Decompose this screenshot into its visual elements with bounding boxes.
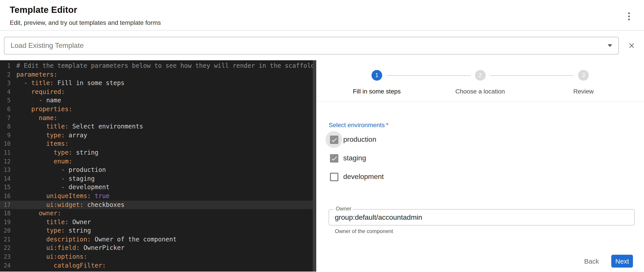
code-line-content: description: Owner of the component <box>16 235 177 244</box>
code-line[interactable]: 12 enum: <box>0 157 313 166</box>
line-number: 10 <box>0 140 10 149</box>
line-number: 3 <box>0 79 10 87</box>
code-line-content: type: array <box>16 131 87 140</box>
code-line-content: ui:options: <box>16 252 87 261</box>
code-line-content: type: string <box>16 227 91 235</box>
line-number: 5 <box>0 96 10 105</box>
line-number: 17 <box>0 200 10 209</box>
select-environments-label: Select environments* <box>329 121 635 128</box>
line-number: 23 <box>0 252 10 261</box>
code-line-content: catalogFilter: <box>16 261 106 270</box>
code-line[interactable]: 10 items: <box>0 140 313 149</box>
dropdown-caret-icon <box>608 44 612 47</box>
code-line[interactable]: 24 catalogFilter: <box>0 261 313 270</box>
code-line[interactable]: 14 - staging <box>0 174 313 183</box>
owner-field-label: Owner <box>334 206 354 212</box>
stepper: 1Fill in some steps2Choose a location3Re… <box>316 60 644 102</box>
owner-field: Owner <box>329 209 635 225</box>
code-line[interactable]: 15 - development <box>0 183 313 192</box>
select-environments-text: Select environments <box>329 121 385 128</box>
checkbox-row[interactable]: production <box>329 130 635 149</box>
checkbox-unchecked-icon[interactable] <box>330 173 338 181</box>
next-button[interactable]: Next <box>611 255 633 267</box>
code-line[interactable]: 16 uniqueItems: true <box>0 192 313 200</box>
step-number-icon: 3 <box>578 70 589 81</box>
code-line-content: enum: <box>16 157 72 166</box>
required-asterisk: * <box>386 121 388 128</box>
kebab-menu-icon[interactable] <box>626 12 632 21</box>
code-line-content: - development <box>16 183 110 192</box>
checkbox-label: staging <box>343 154 366 162</box>
page-header: Template Editor Edit, preview, and try o… <box>0 0 644 31</box>
line-number: 15 <box>0 183 10 192</box>
line-number: 6 <box>0 105 10 114</box>
owner-helper-text: Owner of the component <box>335 228 635 234</box>
code-line[interactable]: 1# Edit the template parameters below to… <box>0 62 313 70</box>
page-subtitle: Edit, preview, and try out templates and… <box>10 19 644 26</box>
code-line[interactable]: 13 - production <box>0 166 313 174</box>
code-line-content: required: <box>16 88 65 96</box>
main-split: 1# Edit the template parameters below to… <box>0 60 644 271</box>
checkbox-wrap <box>326 168 342 185</box>
code-line[interactable]: 19 title: Owner <box>0 218 313 226</box>
code-line[interactable]: 5 - name <box>0 96 313 105</box>
code-line-content: # Edit the template parameters below to … <box>16 62 313 70</box>
line-number: 9 <box>0 131 10 140</box>
code-line[interactable]: 23 ui:options: <box>0 252 313 261</box>
wizard-actions: Back Next <box>584 255 633 267</box>
stepper-step[interactable]: 2Choose a location <box>428 70 532 95</box>
code-editor[interactable]: 1# Edit the template parameters below to… <box>0 60 313 271</box>
owner-input[interactable] <box>329 209 635 225</box>
checkbox-label: development <box>343 173 384 181</box>
line-number: 24 <box>0 261 10 270</box>
code-line[interactable]: 8 title: Select environments <box>0 122 313 131</box>
code-line[interactable]: 7 name: <box>0 114 313 122</box>
code-line[interactable]: 6 properties: <box>0 105 313 114</box>
code-line[interactable]: 2parameters: <box>0 70 313 79</box>
preview-form: Select environments* productionstagingde… <box>316 121 644 234</box>
code-line[interactable]: 21 description: Owner of the component <box>0 235 313 244</box>
checkbox-row[interactable]: development <box>329 168 635 186</box>
code-line[interactable]: 3 - title: Fill in some steps <box>0 79 313 87</box>
split-divider[interactable] <box>313 60 316 271</box>
checkbox-checked-icon[interactable] <box>330 135 338 144</box>
code-line[interactable]: 9 type: array <box>0 131 313 140</box>
load-template-select[interactable]: Load Existing Template <box>4 37 619 55</box>
code-line-content: properties: <box>16 105 72 114</box>
code-line-content: - title: Fill in some steps <box>16 79 124 87</box>
code-line[interactable]: 18 owner: <box>0 209 313 218</box>
code-line[interactable]: 22 ui:field: OwnerPicker <box>0 244 313 252</box>
stepper-step[interactable]: 1Fill in some steps <box>325 70 428 95</box>
code-line-content: owner: <box>16 209 61 218</box>
code-line[interactable]: 17 ui:widget: checkboxes <box>0 200 313 209</box>
code-line[interactable]: 20 type: string <box>0 227 313 235</box>
code-line-content: ui:field: OwnerPicker <box>16 244 124 252</box>
close-icon[interactable] <box>626 40 637 51</box>
page-title: Template Editor <box>10 0 644 15</box>
code-line-content: ui:widget: checkboxes <box>16 200 124 209</box>
line-number: 20 <box>0 227 10 235</box>
checkbox-wrap <box>326 150 342 167</box>
template-editor-app: Template Editor Edit, preview, and try o… <box>0 0 644 272</box>
line-number: 21 <box>0 235 10 244</box>
checkbox-checked-icon[interactable] <box>330 154 338 162</box>
step-number-icon: 1 <box>372 70 382 81</box>
line-number: 19 <box>0 218 10 226</box>
code-line-content: - production <box>16 166 106 174</box>
preview-panel: 1Fill in some steps2Choose a location3Re… <box>316 60 644 271</box>
code-line[interactable]: 11 type: string <box>0 149 313 157</box>
checkbox-row[interactable]: staging <box>329 149 635 168</box>
line-number: 8 <box>0 122 10 131</box>
code-line[interactable]: 4 required: <box>0 88 313 96</box>
line-number: 14 <box>0 174 10 183</box>
step-label: Fill in some steps <box>325 88 428 95</box>
check-icon <box>330 154 338 162</box>
back-button[interactable]: Back <box>584 256 600 267</box>
line-number: 1 <box>0 62 10 70</box>
line-number: 11 <box>0 149 10 157</box>
line-number: 22 <box>0 244 10 252</box>
stepper-step[interactable]: 3Review <box>532 70 635 95</box>
load-template-row: Load Existing Template <box>0 37 644 55</box>
load-template-placeholder: Load Existing Template <box>10 42 84 50</box>
line-number: 7 <box>0 114 10 122</box>
